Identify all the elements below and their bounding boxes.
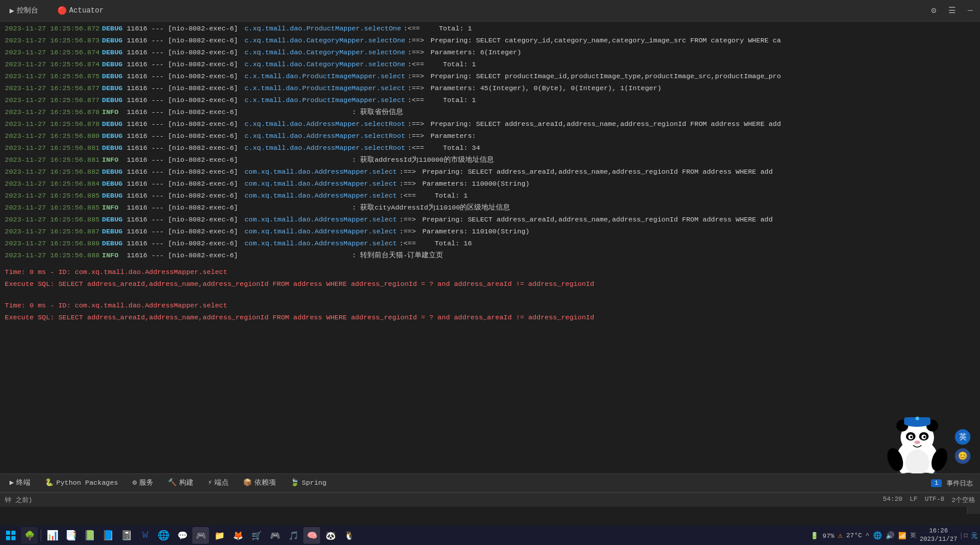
- encoding: UTF-8: [924, 495, 944, 504]
- tab-console[interactable]: ▶ 控制台: [5, 3, 43, 18]
- top-bar: ▶ 控制台 🔴 Actuator ⚙ ☰ ─: [0, 0, 980, 21]
- taskbar-app-word[interactable]: 📘: [100, 527, 116, 544]
- line-col: 54:20: [883, 495, 902, 504]
- log-line: 2023-11-27 16:25:56.878 DEBUG 11616 --- …: [0, 118, 966, 130]
- tray-warning: ⚠: [838, 531, 843, 540]
- log-line: 2023-11-27 16:25:56.873 DEBUG 11616 --- …: [0, 35, 966, 47]
- taskbar-sep-1: [41, 529, 41, 541]
- indent: 2个空格: [951, 495, 975, 504]
- python-label: Python Packages: [56, 479, 118, 487]
- taskbar-clock[interactable]: 16:26 2023/11/27: [920, 527, 957, 543]
- tab-dependencies[interactable]: 📦 依赖项: [236, 476, 283, 491]
- taskbar-app-game[interactable]: 🎮: [192, 527, 209, 544]
- console-label: 控制台: [17, 5, 38, 16]
- settings-icon[interactable]: ⚙: [929, 4, 938, 17]
- svg-point-11: [914, 441, 920, 444]
- taskbar: 🌳 📊 📑 📗 📘 📓 W 🌐 💬 🎮 📁 🦊 🛒 🎮 🎵 🧠 🐼 🐧 🔋 97…: [0, 526, 980, 545]
- log-line: 2023-11-27 16:25:56.885 DEBUG 11616 --- …: [0, 190, 966, 202]
- taskbar-app-onenote[interactable]: 📓: [118, 527, 135, 544]
- tab-spring[interactable]: 🍃 Spring: [283, 476, 333, 491]
- taskbar-app-game2[interactable]: 🎮: [266, 527, 283, 544]
- log-line: 2023-11-27 16:25:56.874 DEBUG 11616 --- …: [0, 47, 966, 58]
- menu-icon[interactable]: ☰: [946, 4, 959, 17]
- taskbar-app-excel[interactable]: 📗: [81, 527, 98, 544]
- event-log-label[interactable]: 事件日志: [947, 479, 973, 488]
- taskbar-app-store[interactable]: 🛒: [248, 527, 265, 544]
- log-line: 2023-11-27 16:25:56.877 DEBUG 11616 --- …: [0, 82, 966, 94]
- badge-icon-1: 英: [955, 429, 970, 445]
- terminal-label: 终端: [16, 478, 30, 487]
- badge-icon-2: 😊: [955, 448, 970, 464]
- svg-rect-22: [6, 536, 10, 540]
- tab-services[interactable]: ⚙ 服务: [125, 476, 161, 491]
- build-icon: 🔨: [168, 478, 177, 487]
- svg-rect-23: [11, 536, 16, 540]
- log-line: 2023-11-27 16:25:56.882 DEBUG 11616 --- …: [0, 166, 966, 178]
- taskbar-app-edge[interactable]: 🌐: [155, 527, 172, 544]
- svg-point-14: [916, 417, 919, 420]
- taskbar-app-excel-like[interactable]: 📊: [44, 527, 61, 544]
- taskbar-app-tree[interactable]: 🌳: [21, 527, 38, 544]
- taskbar-app-panda[interactable]: 🐼: [322, 527, 339, 544]
- svg-point-9: [910, 436, 913, 438]
- log-line: 2023-11-27 16:25:56.885 INFO 11616 --- […: [0, 202, 966, 214]
- log-line: 2023-11-27 16:25:56.877 DEBUG 11616 --- …: [0, 94, 966, 106]
- log-line: 2023-11-27 16:25:56.887 DEBUG 11616 --- …: [0, 226, 966, 238]
- tab-build[interactable]: 🔨 构建: [161, 476, 201, 491]
- actuator-label: Actuator: [69, 7, 104, 15]
- taskbar-app-media[interactable]: 🎵: [285, 527, 302, 544]
- terminal-icon: ▶: [10, 478, 14, 487]
- taskbar-app-word2[interactable]: W: [137, 527, 153, 544]
- python-icon: 🐍: [45, 478, 54, 487]
- actuator-icon: 🔴: [57, 6, 67, 16]
- log-line: 2023-11-27 16:25:56.881 DEBUG 11616 --- …: [0, 142, 966, 154]
- tab-endpoints[interactable]: ⚡ 端点: [201, 476, 236, 491]
- log-line: 2023-11-27 16:25:56.874 DEBUG 11616 --- …: [0, 58, 966, 70]
- taskbar-app-chat[interactable]: 💬: [174, 527, 191, 544]
- console-output[interactable]: 2023-11-27 16:25:56.872 DEBUG 11616 --- …: [0, 21, 980, 492]
- log-line: 2023-11-27 16:25:56.885 DEBUG 11616 --- …: [0, 214, 966, 226]
- sql-time-2: Time: 0 ms - ID: com.xq.tmall.dao.Addres…: [5, 301, 228, 309]
- taskbar-app-idea[interactable]: 🧠: [303, 527, 320, 544]
- lf-indicator: LF: [910, 495, 917, 504]
- endpoints-label: 端点: [214, 478, 229, 487]
- svg-rect-20: [6, 531, 10, 535]
- special-block-2: Time: 0 ms - ID: com.xq.tmall.dao.Addres…: [0, 297, 966, 326]
- tab-actuator[interactable]: 🔴 Actuator: [53, 4, 109, 18]
- tray-wifi: 📶: [898, 532, 907, 540]
- event-badge: 1: [931, 479, 942, 487]
- top-bar-right: ⚙ ☰ ─: [929, 4, 975, 17]
- tab-python-packages[interactable]: 🐍 Python Packages: [38, 476, 125, 491]
- close-icon[interactable]: ─: [966, 5, 975, 17]
- taskbar-right: 🔋 97% ⚠ 27°C ^ 🌐 🔊 📶 英 16:26 2023/11/27 …: [810, 527, 978, 543]
- spring-label: Spring: [302, 479, 326, 487]
- tray-notification[interactable]: 元: [971, 531, 978, 540]
- spring-icon: 🍃: [290, 478, 299, 487]
- log-line: 2023-11-27 16:25:56.888 DEBUG 11616 --- …: [0, 238, 966, 250]
- log-line: 2023-11-27 16:25:56.884 DEBUG 11616 --- …: [0, 178, 966, 190]
- taskbar-app-powerpoint[interactable]: 📑: [63, 527, 79, 544]
- event-log-area: 1 事件日志: [931, 479, 978, 488]
- svg-point-10: [923, 436, 926, 438]
- tray-volume: 🔊: [886, 531, 895, 540]
- clock-date: 2023/11/27: [920, 535, 957, 544]
- dependencies-icon: 📦: [243, 478, 252, 487]
- log-line: 2023-11-27 16:25:56.880 DEBUG 11616 --- …: [0, 130, 966, 142]
- build-label: 构建: [179, 478, 193, 487]
- tray-temp: 27°C: [846, 532, 862, 539]
- taskbar-app-folder[interactable]: 📁: [211, 527, 228, 544]
- taskbar-start[interactable]: [2, 527, 19, 544]
- sql-time-1: Time: 0 ms - ID: com.xq.tmall.dao.Addres…: [5, 268, 228, 276]
- sql-query-1: Execute SQL: SELECT address_areaId,addre…: [5, 280, 594, 288]
- console-icon: ▶: [10, 6, 14, 16]
- taskbar-app-qq[interactable]: 🐧: [340, 527, 357, 544]
- log-line: 2023-11-27 16:25:56.872 DEBUG 11616 --- …: [0, 23, 966, 35]
- status-left: 钟 之前): [5, 495, 32, 504]
- taskbar-app-browser[interactable]: 🦊: [229, 527, 246, 544]
- services-label: 服务: [139, 478, 153, 487]
- tray-keyboard: 英: [910, 531, 916, 540]
- tab-terminal[interactable]: ▶ 终端: [2, 476, 38, 491]
- tray-show-desktop[interactable]: □: [961, 532, 967, 539]
- battery-pct: 97%: [822, 532, 834, 540]
- dependencies-label: 依赖项: [254, 478, 276, 487]
